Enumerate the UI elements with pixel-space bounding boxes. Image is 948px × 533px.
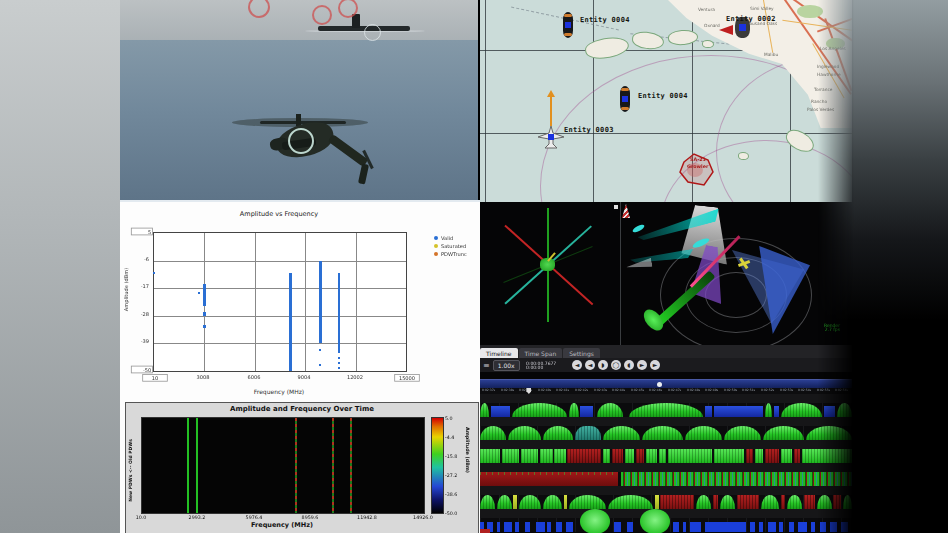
- jump-end-button[interactable]: ►: [650, 360, 660, 370]
- time-tick-label: 0:02:51s: [742, 388, 755, 392]
- ship-stripe: [621, 88, 629, 91]
- pulse-segment: [705, 522, 746, 532]
- pulse-segment: [636, 449, 643, 463]
- pulse-segment: [724, 426, 761, 440]
- scatter-gridline: [154, 288, 406, 289]
- legend-item: PDWTrunc: [434, 250, 471, 257]
- step-reverse-button[interactable]: ◗: [598, 360, 608, 370]
- jump-start-button[interactable]: ◄: [572, 360, 582, 370]
- pulse-segment: [525, 522, 531, 532]
- pulse-segment: [504, 522, 511, 532]
- city-label: Oxnard: [704, 23, 720, 28]
- legend-label: Saturated: [441, 243, 466, 249]
- scatter-point: [338, 362, 340, 364]
- axis-tick-label: 5976.4: [242, 514, 266, 520]
- axis-limit-field[interactable]: 5: [131, 228, 153, 236]
- map-entity-ship[interactable]: [563, 12, 573, 38]
- emitter-track[interactable]: [480, 403, 852, 417]
- 3d-beam-viewport[interactable]: Render 2.7 fps: [480, 202, 852, 345]
- tab-settings[interactable]: Settings: [563, 348, 600, 358]
- scatter-gridline: [305, 233, 306, 371]
- time-tick-label: 0:02:47s: [668, 388, 681, 392]
- scatter-ylabel: Amplitude (dBm): [123, 268, 129, 311]
- scrubber-handle[interactable]: [657, 382, 662, 387]
- pulse-segment: [746, 449, 753, 463]
- pulse-segment: [567, 449, 600, 463]
- pulse-segment: [683, 522, 687, 532]
- colorbar-tick-label: -27.2: [445, 472, 457, 478]
- scatter-gridline: [255, 233, 256, 371]
- axis-tick-label: 9004: [293, 374, 315, 380]
- pulse-segment: [642, 426, 683, 440]
- emitter-row[interactable]: Nav Destroyer Tracker 1Pulses: 40468, Dr…: [480, 463, 852, 486]
- spectrogram-xlabel: Frequency (MHz): [141, 521, 423, 529]
- axis-tick-label: 2993.2: [185, 514, 209, 520]
- ship-affiliation-square: [622, 96, 628, 102]
- tab-timeline[interactable]: Timeline: [480, 348, 518, 358]
- emitter-row[interactable]: Nav Destroyer SurveillancePulses: 9351, …: [480, 440, 852, 463]
- pulse-segment: [608, 495, 653, 509]
- scatter-point-cluster: [203, 312, 206, 316]
- pulse-segment: [768, 522, 775, 532]
- tactical-map-viewport[interactable]: VenturaOxnardSimi ValleyThousand OaksMal…: [480, 0, 852, 202]
- desktop-background-right: [818, 0, 948, 533]
- play-forward-button[interactable]: ►: [637, 360, 647, 370]
- stop-button[interactable]: ◯: [611, 360, 621, 370]
- play-reverse-button[interactable]: ◄: [585, 360, 595, 370]
- emitter-row[interactable]: DPT CW Non-SurveillancePulses: 79393, Dr…: [480, 394, 852, 417]
- axis-limit-field[interactable]: 10: [142, 374, 168, 382]
- legend-label: PDWTrunc: [441, 251, 467, 257]
- pulse-segment: [603, 449, 610, 463]
- time-tick-label: 0:02:38s: [501, 388, 514, 392]
- map-entity-aircraft[interactable]: [536, 126, 566, 152]
- emitter-track[interactable]: [480, 449, 852, 463]
- pulse-segment: [659, 449, 666, 463]
- map-entity-ship[interactable]: [620, 86, 630, 112]
- lock-circle-icon: [288, 128, 314, 154]
- island: [738, 152, 749, 160]
- pulse-segment: [705, 406, 712, 417]
- pulse-segment: [480, 495, 495, 509]
- threat-zone-label-line1: SA-21: [690, 156, 706, 162]
- pulse-segment: [755, 449, 762, 463]
- pulse-segment: [781, 403, 822, 417]
- scatter-point: [319, 349, 321, 351]
- pulse-segment: [804, 495, 815, 509]
- flight-sim-viewport[interactable]: [120, 0, 478, 200]
- step-forward-button[interactable]: ◖: [624, 360, 634, 370]
- pulse-segment: [625, 449, 634, 463]
- hud-marker-flag: [622, 204, 630, 218]
- ship-stripe: [564, 33, 572, 36]
- emitter-track[interactable]: [480, 495, 852, 509]
- time-tick-label: 0:02:43s: [594, 388, 607, 392]
- map-gridline-v: [485, 0, 486, 202]
- scatter-point: [338, 357, 340, 359]
- pulse-segment: [720, 495, 735, 509]
- pulse-segment: [774, 406, 780, 417]
- tab-time-span[interactable]: Time Span: [519, 348, 563, 358]
- pulse-segment: [781, 495, 785, 509]
- emitter-row-label: Naval/Sea SurveillancePulses: 3866, Drop…: [480, 417, 852, 426]
- timeline-tabbar: TimelineTime SpanSettings: [480, 345, 852, 358]
- emitter-track[interactable]: [480, 472, 852, 486]
- scatter-legend: ValidSaturatedPDWTrunc: [434, 234, 471, 258]
- emitter-row[interactable]: Nav Navigate Aircraft RadarPulses: 14293…: [480, 509, 852, 532]
- viewport-divider: [620, 202, 621, 345]
- emitter-row[interactable]: Nav Destroyer Tracker 2Pulses: 56936, Dr…: [480, 486, 852, 509]
- axis-limit-field[interactable]: -50: [131, 366, 153, 374]
- pulse-segment: [502, 449, 519, 463]
- scatter-gridline: [154, 261, 406, 262]
- axis-limit-field[interactable]: 15000: [394, 374, 420, 382]
- pulse-segment: [789, 522, 795, 532]
- emitter-track[interactable]: [480, 518, 852, 532]
- scatter-plot-area: [153, 232, 407, 372]
- menu-icon[interactable]: ≡: [483, 361, 490, 370]
- emitter-track[interactable]: [480, 426, 852, 440]
- playback-speed-select[interactable]: 1.00x: [493, 360, 520, 371]
- spectrogram-signal-line: [187, 418, 189, 513]
- emitter-row[interactable]: Naval/Sea SurveillancePulses: 3866, Drop…: [480, 417, 852, 440]
- map-entity-label: Entity 0003: [564, 126, 614, 134]
- pulse-segment: [629, 403, 703, 417]
- scatter-point: [198, 292, 200, 294]
- pulse-segment: [627, 522, 633, 532]
